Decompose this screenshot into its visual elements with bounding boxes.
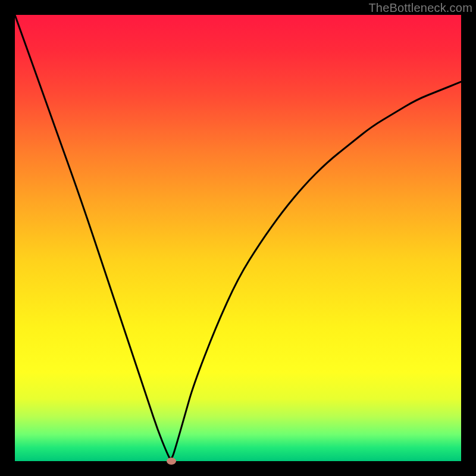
chart-frame: TheBottleneck.com: [0, 0, 476, 476]
curve-path: [15, 15, 461, 459]
watermark-text: TheBottleneck.com: [368, 1, 472, 15]
plot-area: [15, 15, 461, 461]
curve-svg: [15, 15, 461, 461]
bottleneck-marker: [167, 458, 176, 465]
